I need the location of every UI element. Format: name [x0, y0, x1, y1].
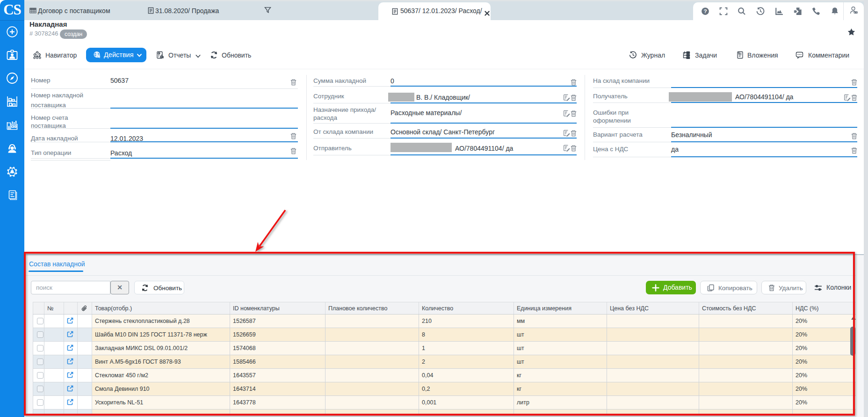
svg-text:?: ? [703, 8, 707, 15]
